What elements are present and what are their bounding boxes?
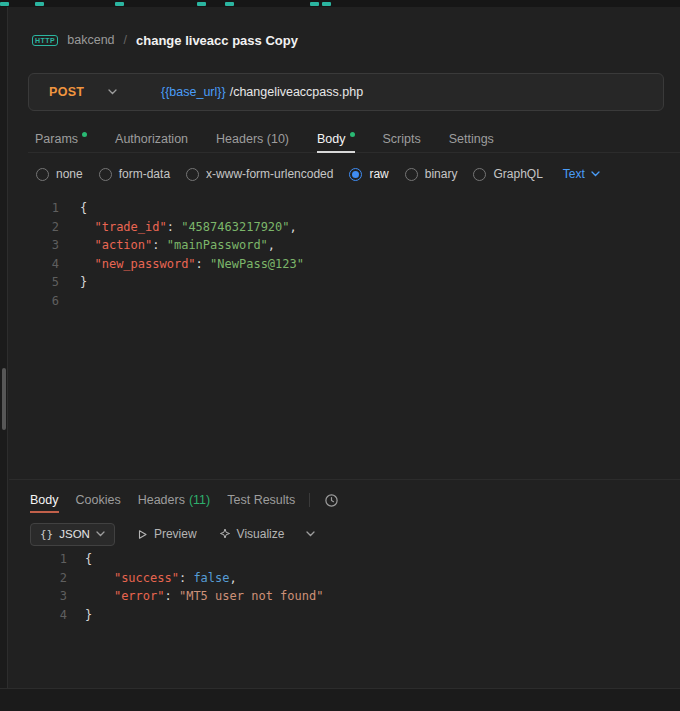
method-label: POST (49, 85, 84, 99)
radio-label: raw (369, 167, 388, 181)
tab-label: Body (30, 493, 59, 507)
radio-label: none (56, 167, 83, 181)
code-line: 3 "error": "MT5 user not found" (9, 587, 678, 606)
tabs-separator (309, 493, 310, 507)
json-braces-icon: {} (40, 528, 53, 541)
radio-label: form-data (119, 167, 170, 181)
scrollbar-thumb[interactable] (2, 368, 6, 430)
green-status-dot (350, 132, 355, 137)
request-tab-params[interactable]: Params (35, 126, 87, 152)
green-status-dot (82, 132, 87, 137)
request-tabs: ParamsAuthorizationHeaders (10)BodyScrip… (28, 126, 680, 153)
response-body-viewer[interactable]: 1{2 "success": false,3 "error": "MT5 use… (9, 550, 678, 624)
tab-label: Body (317, 132, 346, 146)
radio-label: x-www-form-urlencoded (206, 167, 333, 181)
tab-label: Params (35, 132, 78, 146)
format-chevron-icon (96, 531, 105, 537)
line-number: 1 (9, 552, 67, 566)
code-line: 5} (9, 273, 678, 292)
line-number: 4 (9, 608, 67, 622)
radio-icon (473, 168, 486, 181)
url-path: /changeliveaccpass.php (230, 85, 363, 99)
response-section-divider (9, 479, 680, 480)
request-tab-headers-10[interactable]: Headers (10) (216, 126, 289, 152)
preview-label: Preview (154, 527, 197, 541)
http-request-icon: HTTP (32, 35, 58, 46)
radio-icon (36, 168, 49, 181)
code-line: 6 (9, 292, 678, 311)
line-number: 3 (9, 589, 67, 603)
method-selector[interactable]: POST (29, 85, 129, 99)
response-history-button[interactable] (324, 493, 339, 508)
preview-button[interactable]: Preview (137, 527, 197, 541)
radio-icon (186, 168, 199, 181)
body-type-graphql[interactable]: GraphQL (473, 167, 542, 181)
url-variable: {{base_url}} (161, 85, 226, 99)
response-tab-body[interactable]: Body (30, 487, 59, 513)
radio-selected-icon (349, 168, 362, 181)
code-text: "success": false, (85, 571, 237, 585)
code-line: 1{ (9, 550, 678, 569)
body-type-raw[interactable]: raw (349, 167, 388, 181)
response-tab-headers[interactable]: Headers(11) (138, 487, 211, 513)
request-tab-settings[interactable]: Settings (449, 126, 494, 152)
open-tab-marker (225, 2, 234, 6)
line-number: 5 (9, 275, 59, 289)
code-text: { (85, 552, 92, 566)
code-text: } (80, 275, 87, 289)
breadcrumb-request-name[interactable]: change liveacc pass Copy (136, 33, 298, 48)
radio-label: binary (425, 167, 458, 181)
response-tab-cookies[interactable]: Cookies (76, 487, 121, 513)
open-tab-marker (322, 2, 331, 6)
code-line: 2 "trade_id": "4587463217920", (9, 218, 678, 237)
open-tab-marker (197, 2, 206, 6)
code-text: "trade_id": "4587463217920", (80, 220, 297, 234)
breadcrumb: HTTP bakcend / change liveacc pass Copy (32, 30, 298, 50)
url-input[interactable]: {{base_url}} /changeliveaccpass.php (129, 85, 663, 99)
breadcrumb-collection[interactable]: bakcend (67, 33, 114, 47)
body-type-options: noneform-datax-www-form-urlencodedrawbin… (36, 161, 680, 187)
radio-icon (99, 168, 112, 181)
code-line: 4 "new_password": "NewPass@123" (9, 255, 678, 274)
raw-language-label: Text (563, 167, 585, 181)
body-type-form-data[interactable]: form-data (99, 167, 170, 181)
tab-label: Headers (138, 493, 185, 507)
request-body-editor[interactable]: 1{2 "trade_id": "4587463217920",3 "actio… (9, 199, 678, 310)
response-format-selector[interactable]: {} JSON (30, 523, 115, 546)
line-number: 1 (9, 201, 59, 215)
response-toolbar: {} JSON Preview Visualize (30, 522, 315, 546)
request-tab-authorization[interactable]: Authorization (115, 126, 188, 152)
visualize-button[interactable]: Visualize (219, 527, 285, 541)
line-number: 2 (9, 571, 67, 585)
request-tab-scripts[interactable]: Scripts (383, 126, 421, 152)
open-tab-marker (115, 2, 124, 6)
raw-language-selector[interactable]: Text (563, 167, 600, 181)
visualize-label: Visualize (237, 527, 285, 541)
code-line: 4} (9, 606, 678, 625)
history-clock-icon (324, 493, 339, 508)
open-tab-marker (310, 2, 319, 6)
body-type-none[interactable]: none (36, 167, 83, 181)
line-number: 6 (9, 294, 59, 308)
raw-language-chevron-icon (591, 171, 600, 177)
response-tab-test-results[interactable]: Test Results (227, 487, 295, 513)
code-line: 2 "success": false, (9, 569, 678, 588)
visualize-options-chevron-icon[interactable] (306, 531, 315, 537)
preview-play-icon (137, 529, 148, 540)
line-number: 2 (9, 220, 59, 234)
body-type-x-www-form-urlencoded[interactable]: x-www-form-urlencoded (186, 167, 333, 181)
line-number: 3 (9, 238, 59, 252)
tab-label: Scripts (383, 132, 421, 146)
tab-label: Cookies (76, 493, 121, 507)
open-tab-marker (35, 2, 44, 6)
left-scrollbar-rail (0, 7, 8, 688)
request-tab-body[interactable]: Body (317, 126, 355, 152)
bottom-status-bar (0, 688, 680, 711)
body-type-binary[interactable]: binary (405, 167, 458, 181)
code-text: } (85, 608, 92, 622)
line-number: 4 (9, 257, 59, 271)
tab-label: Test Results (227, 493, 295, 507)
radio-label: GraphQL (493, 167, 542, 181)
radio-icon (405, 168, 418, 181)
window-tab-strip (0, 0, 680, 7)
